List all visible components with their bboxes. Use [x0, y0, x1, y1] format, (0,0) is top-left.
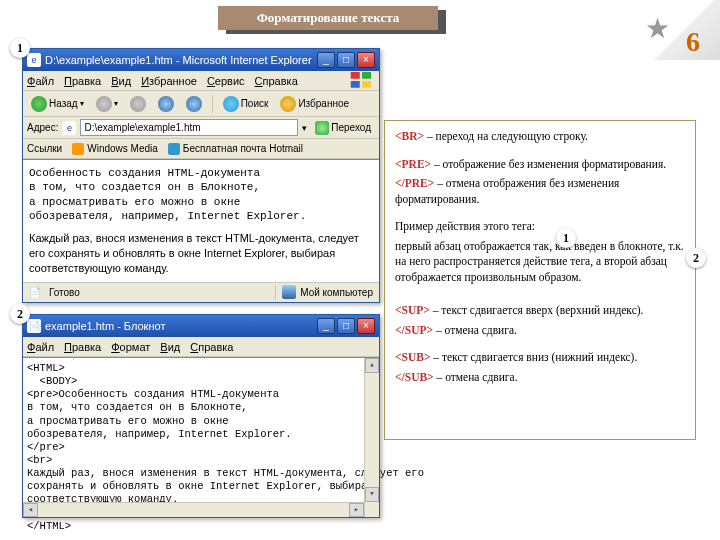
desc-sup-end: – отмена сдвига.: [433, 324, 517, 336]
chevron-down-icon: ▾: [80, 99, 84, 108]
address-label: Адрес:: [27, 122, 58, 133]
link-hotmail[interactable]: Бесплатная почта Hotmail: [168, 143, 303, 155]
menu-file[interactable]: Файл: [27, 75, 54, 87]
tag-br: <BR>: [395, 130, 424, 142]
scrollbar-horizontal[interactable]: ◂ ▸: [23, 502, 364, 517]
ie-content: Особенность создания HTML-документа в то…: [23, 159, 379, 282]
notepad-window: 📄 example1.htm - Блокнот _ □ × Файл Прав…: [22, 314, 380, 518]
search-icon: [223, 96, 239, 112]
scroll-right-icon[interactable]: ▸: [349, 503, 364, 517]
badge-2: 2: [10, 304, 30, 324]
minimize-button[interactable]: _: [317, 318, 335, 334]
desc-sub: – текст сдвигается вниз (нижний индекс).: [430, 351, 637, 363]
status-ready: Готово: [49, 287, 80, 298]
computer-icon: [282, 285, 296, 299]
explanation-panel: <BR> – переход на следующую строку. <PRE…: [384, 120, 696, 440]
status-ready-icon: 📄: [29, 287, 41, 298]
notepad-content[interactable]: <HTML> <BODY> <pre>Особенность создания …: [23, 357, 379, 517]
tag-pre: <PRE>: [395, 158, 431, 170]
menu-tools[interactable]: Сервис: [207, 75, 245, 87]
minimize-button[interactable]: _: [317, 52, 335, 68]
back-button[interactable]: Назад▾: [27, 95, 88, 113]
sample-intro: Пример действия этого тега:: [395, 219, 685, 235]
separator: [212, 95, 213, 113]
go-icon: [315, 121, 329, 135]
ie-toolbar: Назад▾ ▾ Поиск Избранное: [23, 91, 379, 117]
menu-help[interactable]: Справка: [190, 341, 233, 353]
wm-icon: [72, 143, 84, 155]
page-title: Форматирование текста: [218, 6, 438, 30]
ie-linksbar: Ссылки Windows Media Бесплатная почта Ho…: [23, 139, 379, 159]
desc-sup: – текст сдвигается вверх (верхний индекс…: [430, 304, 644, 316]
favorites-button[interactable]: Избранное: [276, 95, 353, 113]
menu-edit[interactable]: Правка: [64, 341, 101, 353]
refresh-icon: [158, 96, 174, 112]
links-label: Ссылки: [27, 143, 62, 154]
page-number: 6: [686, 26, 700, 58]
back-icon: [31, 96, 47, 112]
svg-rect-1: [362, 72, 371, 79]
scrollbar-vertical[interactable]: ▴ ▾: [364, 358, 379, 517]
menu-help[interactable]: Справка: [255, 75, 298, 87]
menu-favorites[interactable]: Избранное: [141, 75, 197, 87]
menu-view[interactable]: Вид: [160, 341, 180, 353]
svg-rect-0: [351, 72, 360, 79]
scroll-up-icon[interactable]: ▴: [365, 358, 379, 373]
chevron-down-icon[interactable]: ▾: [302, 123, 307, 133]
pre-paragraph: Особенность создания HTML-документа в то…: [29, 166, 373, 223]
menu-view[interactable]: Вид: [111, 75, 131, 87]
maximize-button[interactable]: □: [337, 52, 355, 68]
menu-file[interactable]: Файл: [27, 341, 54, 353]
tag-sub-end: </SUB>: [395, 371, 434, 383]
svg-rect-3: [362, 81, 371, 88]
scroll-down-icon[interactable]: ▾: [365, 487, 379, 502]
forward-icon: [96, 96, 112, 112]
stop-button[interactable]: [126, 95, 150, 113]
refresh-button[interactable]: [154, 95, 178, 113]
status-mycomputer: Мой компьютер: [275, 285, 373, 299]
link-windows-media[interactable]: Windows Media: [72, 143, 158, 155]
tag-sup: <SUP>: [395, 304, 430, 316]
ie-window: e D:\example\example1.htm - Microsoft In…: [22, 48, 380, 303]
normal-paragraph: Каждый раз, внося изменения в текст HTML…: [29, 231, 373, 276]
star-icon: [280, 96, 296, 112]
home-button[interactable]: [182, 95, 206, 113]
explain-badge-2: 2: [686, 248, 706, 268]
address-input[interactable]: [80, 119, 298, 136]
notepad-menubar: Файл Правка Формат Вид Справка: [23, 337, 379, 357]
scroll-left-icon[interactable]: ◂: [23, 503, 38, 517]
star-icon: ★: [645, 12, 670, 45]
search-button[interactable]: Поиск: [219, 95, 273, 113]
maximize-button[interactable]: □: [337, 318, 355, 334]
desc-br: – переход на следующую строку.: [424, 130, 588, 142]
svg-rect-2: [351, 81, 360, 88]
ie-menubar: Файл Правка Вид Избранное Сервис Справка: [23, 71, 379, 91]
page-icon: e: [62, 121, 76, 135]
chevron-down-icon: ▾: [114, 99, 118, 108]
badge-1: 1: [10, 38, 30, 58]
notepad-titlebar[interactable]: 📄 example1.htm - Блокнот _ □ ×: [23, 315, 379, 337]
close-button[interactable]: ×: [357, 52, 375, 68]
ie-statusbar: 📄 Готово Мой компьютер: [23, 282, 379, 302]
home-icon: [186, 96, 202, 112]
notepad-icon: 📄: [27, 319, 41, 333]
ie-titlebar[interactable]: e D:\example\example1.htm - Microsoft In…: [23, 49, 379, 71]
menu-edit[interactable]: Правка: [64, 75, 101, 87]
explain-badge-1: 1: [556, 228, 576, 248]
notepad-title: example1.htm - Блокнот: [45, 320, 165, 332]
menu-format[interactable]: Формат: [111, 341, 150, 353]
forward-button[interactable]: ▾: [92, 95, 122, 113]
ie-addressbar: Адрес: e ▾ Переход: [23, 117, 379, 139]
tag-pre-end: </PRE>: [395, 177, 434, 189]
windows-logo-icon: [349, 72, 375, 90]
go-button[interactable]: Переход: [311, 121, 375, 135]
tag-sub: <SUB>: [395, 351, 430, 363]
desc-sub-end: – отмена сдвига.: [434, 371, 518, 383]
mail-icon: [168, 143, 180, 155]
close-button[interactable]: ×: [357, 318, 375, 334]
desc-pre: – отображение без изменения форматирован…: [431, 158, 666, 170]
ie-title: D:\example\example1.htm - Microsoft Inte…: [45, 54, 312, 66]
sample-body: первый абзац отображается так, как введе…: [395, 239, 685, 286]
ie-icon: e: [27, 53, 41, 67]
tag-sup-end: </SUP>: [395, 324, 433, 336]
